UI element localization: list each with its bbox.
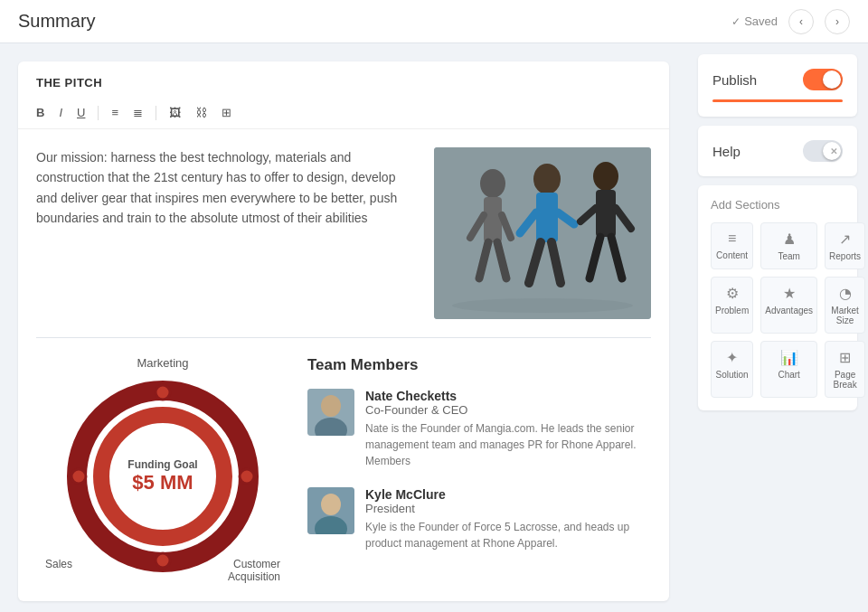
problem-label: Problem: [715, 306, 749, 315]
svg-point-15: [593, 162, 618, 191]
reports-icon: ↗: [839, 231, 851, 248]
svg-point-25: [156, 553, 170, 568]
help-header: Help ✕: [712, 140, 843, 162]
pitch-title: THE PITCH: [36, 76, 102, 89]
svg-point-27: [240, 469, 254, 484]
funding-amount: $5 MM: [127, 471, 197, 494]
member-2-info: Kyle McClure President Kyle is the Found…: [365, 487, 651, 551]
header-actions: ✓ Saved ‹ ›: [731, 9, 850, 34]
toolbar-divider-2: [156, 106, 156, 120]
publish-toggle[interactable]: [803, 69, 843, 90]
market-size-label: Market Size: [829, 306, 861, 325]
help-toggle[interactable]: ✕: [803, 140, 843, 162]
team-member-1: Nate Checketts Co-Founder & CEO Nate is …: [307, 389, 651, 469]
pitch-header: THE PITCH: [18, 61, 669, 97]
team-member-2: Kyle McClure President Kyle is the Found…: [307, 487, 651, 551]
member-1-name: Nate Checketts: [365, 389, 651, 403]
runners-image: [434, 147, 651, 319]
publish-label: Publish: [712, 72, 757, 88]
page-break-label: Page Break: [829, 370, 861, 390]
next-button[interactable]: ›: [825, 9, 850, 34]
section-item-solution[interactable]: ✦ Solution: [711, 341, 753, 398]
donut-chart: Funding Goal $5 MM: [63, 377, 262, 576]
donut-center-text: Funding Goal $5 MM: [127, 458, 197, 494]
advantages-label: Advantages: [765, 306, 813, 315]
svg-point-33: [321, 494, 341, 515]
page-title: Summary: [18, 11, 96, 32]
underline-button[interactable]: U: [73, 104, 89, 121]
page-break-icon: ⊞: [839, 349, 851, 366]
saved-indicator: ✓ Saved: [731, 14, 778, 28]
content-icon: ≡: [728, 231, 736, 247]
member-1-title: Co-Founder & CEO: [365, 403, 651, 417]
publish-header: Publish: [712, 69, 843, 90]
italic-button[interactable]: I: [55, 104, 66, 121]
section-item-content[interactable]: ≡ Content: [711, 222, 753, 269]
marketing-label: Marketing: [137, 356, 188, 370]
publish-card: Publish: [698, 54, 857, 117]
section-item-chart[interactable]: 📊 Chart: [760, 341, 817, 398]
member-2-avatar: [307, 487, 354, 534]
solution-icon: ✦: [726, 349, 738, 366]
section-item-market-size[interactable]: ◔ Market Size: [825, 277, 865, 334]
funding-label: Funding Goal: [127, 458, 197, 471]
svg-rect-16: [596, 190, 616, 237]
editor-body-text[interactable]: Our mission: harness the best technology…: [36, 147, 416, 319]
chart-label: Chart: [778, 370, 799, 380]
help-card: Help ✕: [698, 126, 857, 176]
member-1-info: Nate Checketts Co-Founder & CEO Nate is …: [365, 389, 651, 469]
svg-point-24: [156, 385, 170, 400]
advantages-icon: ★: [783, 285, 796, 302]
team-area: Team Members Nate Checketts C: [307, 356, 651, 583]
prev-button[interactable]: ‹: [788, 9, 814, 34]
svg-rect-4: [484, 197, 502, 242]
member-1-bio: Nate is the Founder of Mangia.com. He le…: [365, 420, 651, 469]
sections-title: Add Sections: [711, 198, 844, 212]
svg-point-3: [480, 169, 505, 198]
ordered-list-button[interactable]: ≣: [129, 104, 146, 121]
toolbar-divider-1: [98, 106, 99, 120]
section-item-team[interactable]: ♟ Team: [760, 222, 817, 269]
editor-toolbar: B I U ≡ ≣ 🖼 ⛓ ⊞: [18, 97, 669, 129]
solution-label: Solution: [716, 370, 749, 380]
help-toggle-x: ✕: [830, 146, 837, 156]
section-item-page-break[interactable]: ⊞ Page Break: [825, 341, 865, 398]
section-item-advantages[interactable]: ★ Advantages: [760, 277, 817, 334]
member-2-name: Kyle McClure: [365, 487, 651, 502]
bold-button[interactable]: B: [33, 104, 48, 121]
reports-label: Reports: [829, 251, 861, 261]
sections-grid: ≡ Content ♟ Team ↗ Reports ⚙ Problem ★: [711, 222, 844, 398]
unordered-list-button[interactable]: ≡: [108, 104, 122, 121]
member-1-avatar: [307, 389, 354, 436]
saved-text: Saved: [744, 14, 778, 28]
publish-divider: [712, 99, 843, 102]
editor-content: Our mission: harness the best technology…: [18, 129, 669, 337]
bottom-section: Marketing: [18, 338, 669, 601]
chart-icon: 📊: [780, 349, 798, 366]
toggle-knob: [823, 71, 841, 89]
content-area: THE PITCH B I U ≡ ≣ 🖼 ⛓ ⊞ Our mission: h…: [0, 43, 687, 612]
sections-card: Add Sections ≡ Content ♟ Team ↗ Reports …: [698, 185, 857, 410]
help-label: Help: [712, 144, 741, 159]
image-button[interactable]: 🖼: [165, 104, 184, 121]
section-item-reports[interactable]: ↗ Reports: [825, 222, 865, 269]
svg-rect-10: [536, 193, 558, 242]
link-button[interactable]: ⛓: [192, 104, 211, 121]
member-2-title: President: [365, 502, 651, 515]
check-icon: ✓: [731, 15, 741, 28]
editor-image: [434, 147, 651, 319]
svg-point-21: [452, 298, 633, 313]
embed-button[interactable]: ⊞: [218, 104, 235, 121]
svg-point-30: [321, 395, 341, 417]
team-icon: ♟: [783, 231, 796, 248]
problem-icon: ⚙: [726, 285, 739, 302]
team-label: Team: [778, 251, 799, 261]
header: Summary ✓ Saved ‹ ›: [0, 0, 868, 43]
chart-area: Marketing: [36, 356, 289, 583]
section-item-problem[interactable]: ⚙ Problem: [711, 277, 753, 334]
editor-panel: THE PITCH B I U ≡ ≣ 🖼 ⛓ ⊞ Our mission: h…: [18, 61, 669, 601]
content-label: Content: [716, 250, 748, 260]
member-2-bio: Kyle is the Founder of Force 5 Lacrosse,…: [365, 519, 651, 551]
main-layout: THE PITCH B I U ≡ ≣ 🖼 ⛓ ⊞ Our mission: h…: [0, 43, 868, 612]
sidebar: Publish Help ✕ Add Sections ≡: [687, 43, 868, 612]
